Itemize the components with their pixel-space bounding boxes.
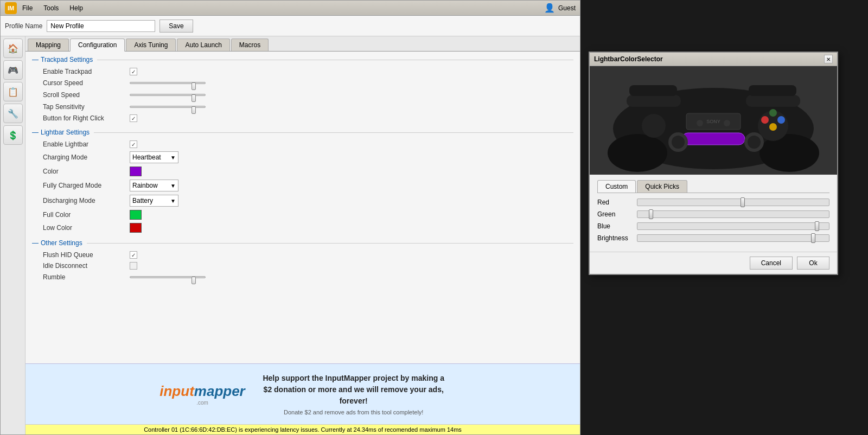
cursor-speed-row: Cursor Speed	[32, 79, 573, 87]
logo-domain: .com	[196, 400, 208, 406]
ad-logo: inputmapper .com	[159, 383, 245, 406]
trackpad-section: Trackpad Settings Enable Trackpad Cursor…	[32, 56, 573, 122]
sidebar: 🏠 🎮 📋 🔧 💲	[1, 36, 25, 434]
color-row: Color	[32, 167, 573, 176]
cursor-speed-slider[interactable]	[130, 79, 206, 87]
svg-point-8	[642, 114, 666, 138]
user-name: Guest	[558, 4, 576, 12]
red-label: Red	[597, 199, 633, 206]
idle-disconnect-row: Idle Disconnect	[32, 262, 573, 270]
sidebar-list-icon[interactable]: 📋	[3, 82, 23, 101]
svg-rect-3	[627, 95, 681, 107]
svg-point-21	[697, 120, 703, 126]
svg-rect-9	[682, 133, 745, 145]
button-right-click-checkbox[interactable]	[130, 114, 137, 122]
green-slider[interactable]	[637, 210, 829, 218]
enable-lightbar-row: Enable Lightbar	[32, 140, 573, 148]
trackpad-section-header: Trackpad Settings	[32, 56, 573, 63]
profile-label: Profile Name	[5, 22, 42, 30]
sidebar-controller-icon[interactable]: 🎮	[3, 60, 23, 80]
save-button[interactable]: Save	[159, 20, 193, 33]
low-color-row: Low Color	[32, 223, 573, 233]
discharging-mode-dropdown[interactable]: Battery ▼	[130, 195, 178, 207]
blue-label: Blue	[597, 222, 633, 230]
brightness-row: Brightness	[597, 234, 829, 242]
lightbar-section: Lightbar Settings Enable Lightbar Chargi…	[32, 129, 573, 233]
rumble-slider[interactable]	[130, 273, 206, 282]
flush-hid-checkbox[interactable]	[130, 251, 137, 259]
ad-section: inputmapper .com Help support the InputM…	[25, 363, 580, 424]
scroll-speed-slider[interactable]	[130, 91, 206, 99]
lightbar-color-selector: LightbarColorSelector ✕	[589, 52, 838, 275]
red-slider[interactable]	[637, 199, 829, 206]
tabs: Mapping Configuration Axis Tuning Auto L…	[25, 36, 580, 52]
settings-panel: Trackpad Settings Enable Trackpad Cursor…	[25, 52, 580, 363]
sidebar-home-icon[interactable]: 🏠	[3, 39, 23, 58]
enable-lightbar-checkbox[interactable]	[130, 140, 137, 148]
controller-svg: SONY	[599, 69, 827, 172]
green-row: Green	[597, 210, 829, 218]
blue-slider[interactable]	[637, 222, 829, 230]
logo-input: input	[159, 383, 194, 400]
svg-point-15	[777, 116, 785, 124]
brightness-slider[interactable]	[637, 234, 829, 242]
color-tab-quick-picks[interactable]: Quick Picks	[637, 180, 687, 193]
profile-bar: Profile Name Save	[1, 16, 580, 36]
logo-mapper: mapper	[194, 383, 245, 400]
tap-sensitivity-slider[interactable]	[130, 103, 206, 111]
color-tab-custom[interactable]: Custom	[597, 180, 636, 193]
red-row: Red	[597, 199, 829, 206]
ok-button[interactable]: Ok	[797, 257, 829, 270]
tab-mapping[interactable]: Mapping	[28, 39, 69, 51]
svg-text:SONY: SONY	[706, 119, 720, 124]
tab-macros[interactable]: Macros	[231, 39, 269, 51]
fully-charged-mode-dropdown[interactable]: Rainbow ▼	[130, 180, 178, 191]
scroll-speed-row: Scroll Speed	[32, 91, 573, 99]
discharging-mode-row: Discharging Mode Battery ▼	[32, 195, 573, 207]
svg-point-22	[724, 120, 730, 126]
tab-configuration[interactable]: Configuration	[70, 39, 125, 52]
menu-help[interactable]: Help	[67, 3, 85, 13]
lightbar-section-header: Lightbar Settings	[32, 129, 573, 136]
full-color-swatch[interactable]	[130, 210, 142, 220]
idle-disconnect-checkbox[interactable]	[130, 262, 137, 270]
discharging-mode-arrow: ▼	[170, 198, 176, 204]
overlay-close-button[interactable]: ✕	[824, 55, 833, 63]
svg-point-20	[748, 136, 761, 149]
tab-area: Mapping Configuration Axis Tuning Auto L…	[25, 36, 580, 434]
svg-point-14	[769, 123, 777, 131]
svg-rect-4	[746, 95, 800, 107]
blue-row: Blue	[597, 222, 829, 230]
controller-image-area: SONY	[590, 66, 837, 175]
sidebar-dollar-icon[interactable]: 💲	[3, 125, 23, 145]
profile-name-input[interactable]	[47, 20, 155, 32]
svg-rect-5	[629, 85, 677, 96]
overlay-title-bar: LightbarColorSelector ✕	[590, 53, 837, 66]
ad-headline: Help support the InputMapper project by …	[261, 373, 446, 407]
color-swatch[interactable]	[130, 167, 142, 176]
tab-axis-tuning[interactable]: Axis Tuning	[126, 39, 176, 51]
charging-mode-dropdown[interactable]: Heartbeat ▼	[130, 151, 178, 163]
brightness-label: Brightness	[597, 234, 633, 242]
overlay-title: LightbarColorSelector	[594, 55, 663, 63]
other-section: Other Settings Flush HID Queue Idle Disc…	[32, 239, 573, 282]
menu-tools[interactable]: Tools	[41, 3, 61, 13]
full-color-row: Full Color	[32, 210, 573, 220]
fully-charged-mode-row: Fully Charged Mode Rainbow ▼	[32, 180, 573, 191]
user-info: 👤 Guest	[544, 3, 576, 13]
enable-trackpad-checkbox[interactable]	[130, 68, 137, 75]
cancel-button[interactable]: Cancel	[750, 257, 793, 270]
other-section-header: Other Settings	[32, 239, 573, 247]
menu-file[interactable]: File	[20, 3, 35, 13]
svg-rect-6	[749, 85, 796, 96]
tab-auto-launch[interactable]: Auto Launch	[177, 39, 229, 51]
low-color-swatch[interactable]	[130, 223, 142, 233]
flush-hid-row: Flush HID Queue	[32, 251, 573, 259]
title-bar: IM File Tools Help 👤 Guest	[1, 1, 580, 16]
sidebar-tools-icon[interactable]: 🔧	[3, 104, 23, 123]
app-logo: IM	[5, 2, 17, 14]
ad-sub: Donate $2 and remove ads from this tool …	[284, 409, 423, 415]
overlay-buttons: Cancel Ok	[590, 252, 837, 274]
button-right-click-row: Button for Right Click	[32, 114, 573, 122]
tap-sensitivity-row: Tap Sensitivity	[32, 103, 573, 111]
